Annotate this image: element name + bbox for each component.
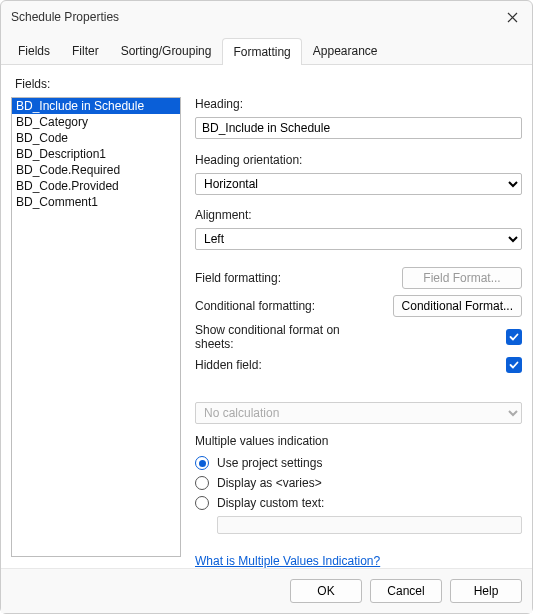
list-item[interactable]: BD_Comment1 bbox=[12, 194, 180, 210]
ok-button[interactable]: OK bbox=[290, 579, 362, 603]
checkmark-icon bbox=[509, 360, 519, 370]
list-item[interactable]: BD_Description1 bbox=[12, 146, 180, 162]
list-item[interactable]: BD_Category bbox=[12, 114, 180, 130]
calculation-select: No calculation bbox=[195, 402, 522, 424]
tab-fields[interactable]: Fields bbox=[7, 37, 61, 64]
radio-label: Use project settings bbox=[217, 456, 322, 470]
radio-option[interactable]: Display custom text: bbox=[195, 496, 522, 510]
tab-content-formatting: Fields: BD_Include in ScheduleBD_Categor… bbox=[1, 65, 532, 568]
heading-label: Heading: bbox=[195, 97, 522, 111]
dialog-footer: OK Cancel Help bbox=[1, 568, 532, 613]
radio-label: Display custom text: bbox=[217, 496, 324, 510]
heading-orientation-label: Heading orientation: bbox=[195, 153, 522, 167]
conditional-formatting-label: Conditional formatting: bbox=[195, 299, 315, 313]
cancel-button[interactable]: Cancel bbox=[370, 579, 442, 603]
list-item[interactable]: BD_Code.Required bbox=[12, 162, 180, 178]
heading-orientation-select[interactable]: Horizontal bbox=[195, 173, 522, 195]
split-container: BD_Include in ScheduleBD_CategoryBD_Code… bbox=[11, 97, 522, 568]
show-cond-row: Show conditional format on sheets: bbox=[195, 323, 522, 351]
hidden-field-checkbox[interactable] bbox=[506, 357, 522, 373]
multiple-values-help-link[interactable]: What is Multiple Values Indication? bbox=[195, 554, 522, 568]
show-cond-label: Show conditional format on sheets: bbox=[195, 323, 355, 351]
alignment-label: Alignment: bbox=[195, 208, 522, 222]
radio-icon bbox=[195, 496, 209, 510]
radio-option[interactable]: Display as <varies> bbox=[195, 476, 522, 490]
help-button[interactable]: Help bbox=[450, 579, 522, 603]
radio-icon bbox=[195, 476, 209, 490]
conditional-formatting-row: Conditional formatting: Conditional Form… bbox=[195, 295, 522, 317]
show-cond-checkbox[interactable] bbox=[506, 329, 522, 345]
close-icon bbox=[507, 12, 518, 23]
field-formatting-label: Field formatting: bbox=[195, 271, 281, 285]
custom-text-input bbox=[217, 516, 522, 534]
multiple-values-label: Multiple values indication bbox=[195, 434, 522, 448]
window-title: Schedule Properties bbox=[11, 10, 119, 24]
radio-label: Display as <varies> bbox=[217, 476, 322, 490]
tab-filter[interactable]: Filter bbox=[61, 37, 110, 64]
dialog-window: Schedule Properties FieldsFilterSorting/… bbox=[0, 0, 533, 614]
hidden-field-row: Hidden field: bbox=[195, 357, 522, 373]
titlebar: Schedule Properties bbox=[1, 1, 532, 31]
tab-sorting-grouping[interactable]: Sorting/Grouping bbox=[110, 37, 223, 64]
radio-icon bbox=[195, 456, 209, 470]
list-item[interactable]: BD_Code bbox=[12, 130, 180, 146]
field-formatting-row: Field formatting: Field Format... bbox=[195, 267, 522, 289]
tab-formatting[interactable]: Formatting bbox=[222, 38, 301, 65]
heading-input[interactable] bbox=[195, 117, 522, 139]
fields-listbox[interactable]: BD_Include in ScheduleBD_CategoryBD_Code… bbox=[11, 97, 181, 557]
hidden-field-label: Hidden field: bbox=[195, 358, 262, 372]
list-item[interactable]: BD_Code.Provided bbox=[12, 178, 180, 194]
right-panel: Heading: Heading orientation: Horizontal… bbox=[195, 97, 522, 568]
fields-label: Fields: bbox=[15, 77, 522, 91]
alignment-select[interactable]: Left bbox=[195, 228, 522, 250]
close-button[interactable] bbox=[502, 7, 522, 27]
radio-option[interactable]: Use project settings bbox=[195, 456, 522, 470]
list-item[interactable]: BD_Include in Schedule bbox=[12, 98, 180, 114]
multiple-values-radio-group: Use project settingsDisplay as <varies>D… bbox=[195, 456, 522, 510]
tab-appearance[interactable]: Appearance bbox=[302, 37, 389, 64]
field-format-button: Field Format... bbox=[402, 267, 522, 289]
conditional-format-button[interactable]: Conditional Format... bbox=[393, 295, 522, 317]
tab-strip: FieldsFilterSorting/GroupingFormattingAp… bbox=[1, 37, 532, 65]
checkmark-icon bbox=[509, 332, 519, 342]
